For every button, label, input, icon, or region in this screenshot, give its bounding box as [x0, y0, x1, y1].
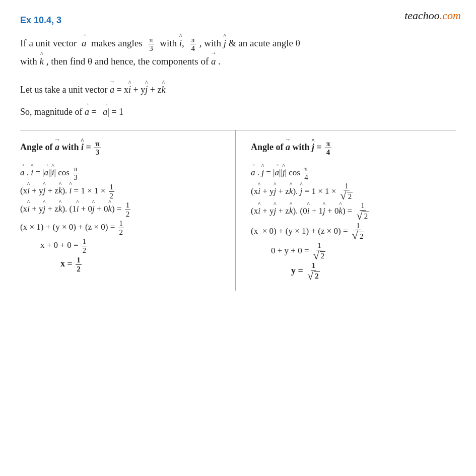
left-result: x = 12 — [60, 254, 225, 274]
exercise-title: Ex 10.4, 3 — [20, 15, 61, 25]
left-col-header: Angle of a with i = π3 — [20, 140, 225, 157]
left-eq-1: a . i = |a||i| cos π3 — [20, 164, 225, 182]
right-result: y = 1√2 — [291, 261, 456, 282]
right-eq-1: a . j = |a||j| cos π4 — [251, 164, 456, 182]
right-eq-2: (xi + yj + zk). j = 1 × 1 × 1√2 — [251, 182, 456, 202]
exercise-header: Ex 10.4, 3 — [20, 15, 456, 26]
brand-text-teach: teachoo — [404, 9, 440, 22]
left-eq-3: (xi + yj + zk). (1i + 0j + 0k) = 12 — [20, 200, 225, 218]
right-eq-4: (x × 0) + (y × 1) + (z × 0) = 1√2 — [251, 222, 456, 242]
vector-a-symbol: a — [82, 35, 87, 51]
brand-text-domain: .com — [440, 9, 461, 22]
solution-line-2: So, magnitude of a = |a| = 1 — [20, 103, 456, 121]
left-eq-5: x + 0 + 0 = 12 — [40, 236, 225, 254]
right-eq-5: 0 + y + 0 = 1√2 — [271, 241, 456, 261]
solution-line-1: Let us take a unit vector a = xi + yj + … — [20, 81, 456, 99]
left-column: Angle of a with i = π3 a . i = |a||i| co… — [20, 130, 236, 291]
left-eq-4: (x × 1) + (y × 0) + (z × 0) = 12 — [20, 218, 225, 236]
problem-statement: If a unit vector a makes angles π3 with … — [20, 35, 456, 70]
two-column-section: Angle of a with i = π3 a . i = |a||i| co… — [20, 130, 456, 291]
brand-logo: teachoo.com — [404, 9, 461, 22]
right-col-header: Angle of a with j = π4 — [251, 140, 456, 157]
right-column: Angle of a with j = π4 a . j = |a||j| co… — [236, 130, 456, 291]
right-eq-3: (xi + yj + zk). (0i + 1j + 0k) = 1√2 — [251, 201, 456, 222]
left-eq-2: (xi + yj + zk). i = 1 × 1 × 12 — [20, 182, 225, 200]
